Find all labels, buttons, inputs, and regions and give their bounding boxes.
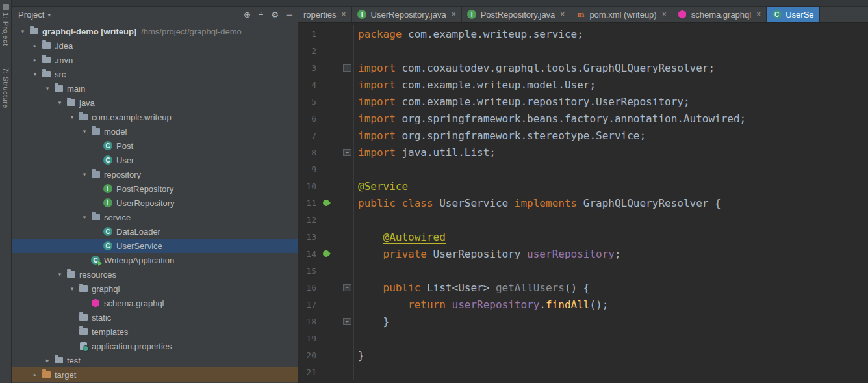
collapse-all-icon[interactable]: ÷ [259, 10, 263, 19]
tree-item-test[interactable]: ▸test [12, 353, 298, 367]
tree-item-repository[interactable]: ▾repository [12, 167, 298, 181]
tool-button-project[interactable]: 1: Project [2, 12, 10, 46]
tab-postrepository-java[interactable]: PostRepository.java× [462, 7, 571, 22]
code-line-14[interactable]: 14 private UserRepository userRepository… [298, 245, 868, 262]
tree-item-userservice[interactable]: UserService [12, 239, 298, 253]
tree-expanded-arrow-icon[interactable]: ▾ [54, 99, 66, 106]
tree-collapsed-arrow-icon[interactable]: ▸ [29, 371, 41, 378]
code-line-15[interactable]: 15 [298, 262, 868, 279]
close-icon[interactable]: × [756, 10, 761, 19]
tree-item-resources[interactable]: ▾resources [12, 267, 298, 282]
code-line-19[interactable]: 19 [298, 330, 868, 347]
tree-expanded-arrow-icon[interactable]: ▾ [66, 114, 78, 120]
tree-item-templates[interactable]: templates [12, 324, 298, 339]
tree-expanded-arrow-icon[interactable]: ▾ [54, 271, 66, 278]
code-line-9[interactable]: 9 [298, 161, 868, 178]
spring-bean-icon[interactable] [322, 198, 331, 207]
code-line-1[interactable]: 1package com.example.writeup.service; [298, 25, 868, 42]
tree-item-userrepository[interactable]: UserRepository [12, 196, 298, 210]
code-line-5[interactable]: 5import com.example.writeup.repository.U… [298, 93, 868, 110]
locate-file-icon[interactable]: ⊕ [244, 10, 251, 19]
tree-collapsed-arrow-icon[interactable]: ▸ [29, 42, 41, 49]
tree-item-src[interactable]: ▾src [12, 67, 298, 81]
fold-open-icon[interactable]: − [343, 64, 351, 72]
code-line-12[interactable]: 12 [298, 211, 868, 228]
tab-pom-xml-writeup[interactable]: mpom.xml (writeup)× [570, 7, 672, 22]
code-line-20[interactable]: 20} [298, 347, 868, 363]
tree-item-postrepository[interactable]: PostRepository [12, 181, 298, 196]
tree-item-label: PostRepository [116, 184, 173, 194]
tab-schema-graphql[interactable]: schema.graphql× [672, 7, 767, 22]
code-line-21[interactable]: 21 [298, 363, 868, 380]
fold-close-icon[interactable]: ⌐ [343, 318, 351, 325]
tree-item-com-example-writeup[interactable]: ▾com.example.writeup [12, 110, 298, 124]
tree-collapsed-arrow-icon[interactable]: ▸ [42, 357, 53, 363]
panel-header-icons: ⊕÷⚙─ [244, 10, 292, 19]
code-line-6[interactable]: 6import org.springframework.beans.factor… [298, 110, 868, 127]
tree-item-graphql-demo-writeup[interactable]: ▾graphql-demo [writeup]/hms/project/grap… [12, 24, 298, 38]
code-line-13[interactable]: 13 @Autowired [298, 228, 868, 245]
tree-item-writeupapplication[interactable]: WriteupApplication [12, 253, 298, 267]
tool-button-structure[interactable]: 7: Structure [2, 68, 10, 109]
code-line-18[interactable]: 18⌐ } [298, 313, 868, 330]
tree-item-label: model [104, 127, 127, 137]
code-area[interactable]: 1package com.example.writeup.service;23−… [298, 23, 868, 383]
tree-item-model[interactable]: ▾model [12, 124, 298, 139]
tree-expanded-arrow-icon[interactable]: ▾ [79, 171, 90, 178]
close-icon[interactable]: × [560, 10, 565, 19]
tree-expanded-arrow-icon[interactable]: ▾ [42, 85, 53, 92]
tab-userse[interactable]: UserSe [767, 7, 819, 22]
interface-icon [467, 10, 477, 19]
code-line-2[interactable]: 2 [298, 42, 868, 59]
tree-item-service[interactable]: ▾service [12, 210, 298, 224]
tree-item-label: service [104, 213, 131, 222]
fold-close-icon[interactable]: ⌐ [343, 149, 351, 156]
tree-item-label: src [55, 70, 66, 79]
code-line-16[interactable]: 16− public List<User> getAllUsers() { [298, 279, 868, 296]
tree-item-static[interactable]: static [12, 310, 298, 324]
project-view-selector[interactable]: Project ▾ [18, 10, 244, 20]
tree-expanded-arrow-icon[interactable]: ▾ [79, 214, 90, 220]
tree-item-main[interactable]: ▾main [12, 81, 298, 96]
tab-userrepository-java[interactable]: UserRepository.java× [352, 7, 462, 22]
spring-bean-icon[interactable] [322, 249, 331, 258]
tree-item-dataloader[interactable]: DataLoader [12, 224, 298, 239]
line-number: 16 [298, 283, 316, 293]
settings-gear-icon[interactable]: ⚙ [271, 10, 279, 19]
tree-item-post[interactable]: Post [12, 139, 298, 153]
close-icon[interactable]: × [452, 10, 456, 19]
tree-item-user[interactable]: User [12, 153, 298, 167]
tree-expanded-arrow-icon[interactable]: ▾ [17, 28, 29, 34]
code-line-8[interactable]: 8⌐import java.util.List; [298, 144, 868, 161]
tree-item-application-properties[interactable]: application.properties [12, 339, 298, 353]
line-number: 21 [298, 367, 316, 377]
tree-item-java[interactable]: ▾java [12, 96, 298, 110]
tree-item-schema-graphql[interactable]: schema.graphql [12, 296, 298, 310]
code-line-10[interactable]: 10@Service [298, 178, 868, 194]
hide-panel-icon[interactable]: ─ [287, 10, 292, 19]
code-line-4[interactable]: 4import com.example.writeup.model.User; [298, 76, 868, 93]
code-line-3[interactable]: 3−import com.coxautodev.graphql.tools.Gr… [298, 59, 868, 76]
tree-item-target[interactable]: ▸target [12, 367, 298, 382]
editor-gutter: 15 [298, 262, 354, 279]
tree-expanded-arrow-icon[interactable]: ▾ [79, 128, 90, 135]
tab-roperties[interactable]: roperties× [298, 7, 352, 22]
tab-label: pom.xml (writeup) [589, 10, 656, 20]
tree-item-idea[interactable]: ▸.idea [12, 38, 298, 53]
code-line-7[interactable]: 7import org.springframework.stereotype.S… [298, 127, 868, 144]
code-line-17[interactable]: 17 return userRepository.findAll(); [298, 296, 868, 313]
tree-item-graphql[interactable]: ▾graphql [12, 282, 298, 296]
folder-icon [41, 40, 51, 51]
line-number: 5 [298, 97, 316, 107]
fold-open-icon[interactable]: − [343, 284, 351, 291]
tree-item-mvn[interactable]: ▸.mvn [12, 53, 298, 67]
close-icon[interactable]: × [342, 10, 346, 19]
code-line-11[interactable]: 11public class UserService implements Gr… [298, 194, 868, 211]
close-icon[interactable]: × [662, 10, 667, 19]
code-text: private UserRepository userRepository; [354, 248, 621, 260]
tree-collapsed-arrow-icon[interactable]: ▸ [29, 57, 41, 63]
tree-item-label: main [67, 84, 85, 94]
line-number: 20 [298, 350, 316, 360]
tree-expanded-arrow-icon[interactable]: ▾ [29, 71, 41, 77]
tree-expanded-arrow-icon[interactable]: ▾ [66, 285, 78, 292]
